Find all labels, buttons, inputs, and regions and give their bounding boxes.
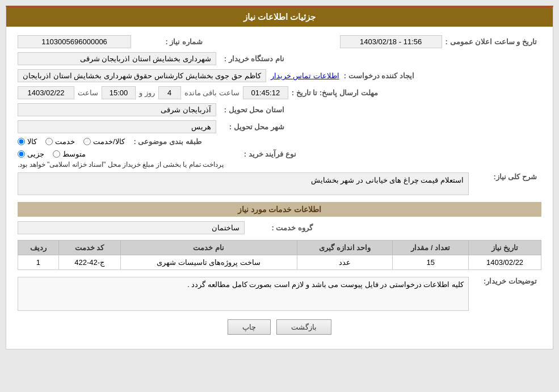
farayand-mootaset-text: متوسط — [62, 150, 86, 158]
page-title: جزئیات اطلاعات نیاز — [243, 12, 316, 22]
tarikhoSaat-label: تاریخ و ساعت اعلان عمومی : — [445, 37, 537, 46]
mohlat-roz-label: روز و — [139, 88, 155, 97]
cell-vahed: عدد — [297, 255, 393, 270]
ejad-link[interactable]: اطلاعات تماس خریدار — [271, 71, 339, 80]
group-label: گروه خدمت : — [245, 224, 313, 232]
farayand-jazyi-item: جزیی — [18, 150, 44, 158]
farayand-desc: پرداخت تمام یا بخشی از مبلغ خریداز محل "… — [18, 161, 224, 168]
sharh-section: شرح کلی نیاز: استعلام قیمت چراغ های خیاب… — [18, 172, 541, 195]
chap-button[interactable]: چاپ — [228, 319, 271, 335]
namdastgah-value: شهرداری بخشایش استان اذربایجان شرقی — [18, 52, 216, 65]
ejadkonande-value: کاظم حق جوی بخشایش کارشناس حقوق شهرداری … — [18, 69, 266, 82]
tozihat-label: توضیحات خریدار: — [469, 277, 537, 285]
table-row: 1403/02/22 15 عدد ساخت پروژه‌های تاسیسات… — [18, 255, 541, 270]
farayand-label: نوع فرآیند خرید : — [228, 150, 296, 158]
ejadkonande-row: ایجاد کننده درخواست : اطلاعات تماس خریدا… — [18, 69, 541, 82]
tabaqe-kala-radio[interactable] — [18, 138, 25, 145]
cell-namkhadamat: ساخت پروژه‌های تاسیسات شهری — [120, 255, 297, 270]
col-kodkhadamat: کد خدمت — [58, 241, 120, 255]
farayand-jazyi-radio[interactable] — [18, 150, 25, 158]
mohlat-roz-value: 4 — [158, 86, 181, 99]
namdastgah-row: نام دستگاه خریدار : شهرداری بخشایش استان… — [18, 52, 541, 65]
sharh-label: شرح کلی نیاز: — [469, 172, 537, 181]
tabaqe-kala-khadamat-text: کالا/خدمت — [93, 137, 125, 146]
farayand-mootaset-item: متوسط — [53, 150, 86, 158]
farayand-row: نوع فرآیند خرید : متوسط جزیی پرداخت تمام… — [18, 150, 541, 168]
cell-tedad: 15 — [393, 255, 469, 270]
main-card: جزئیات اطلاعات نیاز تاریخ و ساعت اعلان ع… — [6, 6, 553, 349]
mohlat-remaining-label: ساعت باقی مانده — [184, 88, 239, 97]
tabaqe-row: طبقه بندی موضوعی : کالا/خدمت خدمت کالا — [18, 137, 541, 146]
tabaqe-khadamat-radio[interactable] — [45, 138, 53, 145]
bazgasht-button[interactable]: بازگشت — [276, 319, 331, 335]
tabaqe-kala-text: کالا — [27, 137, 37, 146]
col-namkhadamat: نام خدمت — [120, 241, 297, 255]
table-header-row: تاریخ نیاز تعداد / مقدار واحد اندازه گیر… — [18, 241, 541, 255]
ostan-row: استان محل تحویل : آذربایجان شرقی — [18, 103, 541, 116]
shahr-row: شهر محل تحویل : هریس — [18, 120, 541, 133]
tarikhoSaat-value: 1403/02/18 - 11:56 — [340, 35, 442, 48]
shomare-value: 1103005696000006 — [18, 35, 131, 48]
tabaqe-khadamat-text: خدمت — [55, 137, 75, 146]
cell-radif: 1 — [18, 255, 59, 270]
shahr-value: هریس — [18, 120, 216, 133]
namdastgah-label: نام دستگاه خریدار : — [216, 54, 284, 63]
mohlat-row: مهلت ارسال پاسخ: تا تاریخ : 01:45:12 ساع… — [18, 86, 541, 99]
mohlat-label: مهلت ارسال پاسخ: تا تاریخ : — [292, 88, 378, 97]
tabaqe-kala-khadamat-item: کالا/خدمت — [83, 137, 125, 146]
group-value: ساختمان — [18, 221, 245, 234]
cell-tarikh: 1403/02/22 — [469, 255, 541, 270]
tabaqe-label: طبقه بندی موضوعی : — [133, 137, 201, 146]
tozihat-section: توضیحات خریدار: کلیه اطلاعات درخواستی در… — [18, 277, 541, 311]
mohlat-saat-value: 15:00 — [102, 86, 136, 99]
services-table: تاریخ نیاز تعداد / مقدار واحد اندازه گیر… — [18, 240, 541, 270]
col-radif: ردیف — [18, 241, 59, 255]
shomare-row: تاریخ و ساعت اعلان عمومی : 1403/02/18 - … — [18, 35, 541, 48]
col-tedad: تعداد / مقدار — [393, 241, 469, 255]
tabaqe-khadamat-item: خدمت — [45, 137, 75, 146]
farayand-mootaset-radio[interactable] — [53, 150, 60, 158]
tabaqe-kala-item: کالا — [18, 137, 37, 146]
col-tarikh: تاریخ نیاز — [469, 241, 541, 255]
buttons-row: بازگشت چاپ — [18, 319, 541, 340]
ostan-value: آذربایجان شرقی — [18, 103, 216, 116]
mohlat-saat-label: ساعت — [78, 88, 98, 97]
shahr-label: شهر محل تحویل : — [216, 123, 284, 131]
khadamat-section-header: اطلاعات خدمات مورد نیاز — [18, 202, 541, 217]
col-vahed: واحد اندازه گیری — [297, 241, 393, 255]
tabaqe-kala-khadamat-radio[interactable] — [83, 138, 91, 145]
shomare-label: شماره نیاز : — [135, 37, 203, 46]
tozihat-value: کلیه اطلاعات درخواستی در فایل پیوست می ب… — [187, 280, 464, 289]
tozihat-box: کلیه اطلاعات درخواستی در فایل پیوست می ب… — [18, 277, 469, 311]
farayand-jazyi-text: جزیی — [27, 150, 44, 158]
sharh-value: استعلام قیمت چراغ های خیابانی در شهر بخش… — [311, 176, 464, 184]
ejadkonande-label: ایجاد کننده درخواست : — [344, 71, 414, 80]
sharh-box: استعلام قیمت چراغ های خیابانی در شهر بخش… — [18, 172, 469, 195]
page-wrapper: جزئیات اطلاعات نیاز تاریخ و ساعت اعلان ع… — [0, 0, 559, 355]
group-row: گروه خدمت : ساختمان — [18, 221, 541, 234]
mohlat-date-value: 1403/02/22 — [18, 86, 74, 99]
mohlat-countdown: 01:45:12 — [243, 86, 288, 99]
ostan-label: استان محل تحویل : — [216, 106, 284, 114]
card-body: تاریخ و ساعت اعلان عمومی : 1403/02/18 - … — [6, 27, 553, 349]
card-header: جزئیات اطلاعات نیاز — [6, 7, 553, 27]
cell-kodkhadamat: ج-42-422 — [58, 255, 120, 270]
